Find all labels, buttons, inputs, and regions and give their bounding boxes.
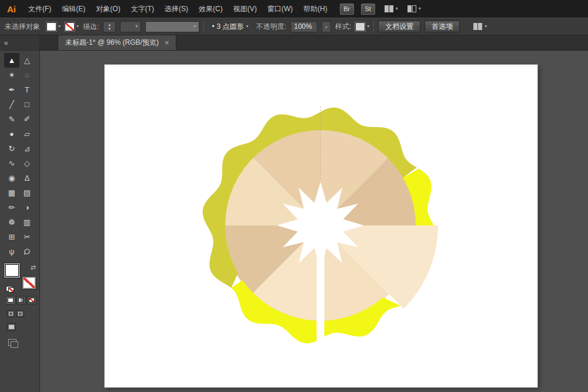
tool-column-graph[interactable]: ▥ [19,215,35,230]
artboard[interactable] [105,65,537,387]
separator [203,21,204,32]
menu-file[interactable]: 文件(F) [23,0,56,18]
tool-artboard[interactable]: ⊞ [4,230,19,244]
style-control[interactable]: ▾ [355,22,369,31]
canvas-pasteboard[interactable] [40,51,588,392]
stepper-down-icon[interactable]: ▾ [109,26,111,31]
collapse-panel-icon[interactable]: « [4,39,8,47]
stroke-none-swatch[interactable] [65,22,75,31]
workspace-switcher[interactable]: ▾ [407,5,421,12]
default-fill-stroke-icon[interactable] [6,286,12,291]
tool-magic-wand[interactable]: ✶ [4,68,19,82]
fill-color-control[interactable]: ▾ [46,22,61,31]
fill-swatch[interactable] [5,264,19,277]
tool-rotate[interactable]: ↻ [4,141,19,156]
stepper-up-icon[interactable]: ▴ [109,22,111,26]
brush-preview-dropdown: ▾ [145,21,199,32]
eyedropper-icon: ✏ [9,203,15,212]
stroke-weight-label: 描边: [83,22,99,32]
chevron-down-icon: ▾ [246,24,249,29]
menu-type[interactable]: 文字(T) [126,0,159,18]
double-window-icon[interactable] [8,339,16,346]
document-tab[interactable]: 未标题-1* @ 96% (RGB/预览) × [58,35,176,50]
artboard-icon: ⊞ [9,232,15,241]
pencil-icon: ✐ [24,115,31,124]
tool-type[interactable]: T [19,82,35,97]
draw-normal-button[interactable] [7,310,15,317]
opacity-panel-button[interactable]: › [322,21,331,32]
symbol-sprayer-icon: ❁ [9,218,15,227]
tool-mesh[interactable]: ▦ [4,185,19,200]
tool-hand[interactable]: ψ [4,244,19,259]
menu-effect[interactable]: 效果(C) [193,0,228,18]
tool-gradient[interactable]: ▤ [19,185,35,200]
tool-lasso[interactable]: ◌ [19,68,35,82]
collapse-row [8,339,39,346]
close-icon[interactable]: × [165,38,169,47]
gradient-button[interactable] [16,296,26,304]
document-setup-button[interactable]: 文档设置 [378,21,420,32]
gradient-icon [18,298,24,303]
menu-view[interactable]: 视图(V) [228,0,262,18]
width-tool-icon: ∿ [9,159,15,168]
shape-builder-icon: ◉ [8,174,15,182]
stroke-weight-stepper[interactable]: ▴ ▾ [103,21,116,32]
menu-window[interactable]: 窗口(W) [262,0,298,18]
paint-mode-buttons [6,296,39,304]
brush-definition-dropdown[interactable]: • 3 点圆形 ▾ [208,21,252,32]
bridge-button[interactable]: Br [340,4,354,15]
drawing-mode-buttons [7,310,39,317]
hand-icon: ψ [9,247,14,256]
tool-blob-brush[interactable]: ● [4,127,19,141]
tool-line-segment[interactable]: ╱ [4,97,19,112]
tool-rectangle[interactable]: □ [19,97,35,112]
tool-free-transform[interactable]: ◇ [19,156,35,171]
chevron-down-icon: ▾ [419,6,421,11]
align-panel-control[interactable]: ▾ [473,23,487,30]
variable-width-profile-dropdown[interactable]: ▾ [120,21,141,32]
eraser-icon: ▱ [24,129,30,138]
fill-swatch[interactable] [46,22,56,31]
menu-object[interactable]: 对象(O) [91,0,125,18]
draw-behind-icon [18,312,22,315]
opacity-value: 100% [294,22,312,31]
tool-scale[interactable]: ⊿ [19,141,35,156]
control-bar: 未选择对象 ▾ ▾ 描边: ▴ ▾ ▾ ▾ • 3 点圆形 ▾ 不透明度: 10… [0,18,588,35]
illustrator-window: Ai 文件(F) 编辑(E) 对象(O) 文字(T) 选择(S) 效果(C) 视… [0,0,588,392]
arrange-documents-control[interactable]: ▾ [385,5,398,12]
tool-symbol-sprayer[interactable]: ❁ [4,215,19,230]
artwork-svg [105,65,537,387]
tool-shape-builder[interactable]: ◉ [4,171,19,185]
stock-button[interactable]: St [361,4,375,15]
tool-eyedropper[interactable]: ✏ [4,200,19,215]
stroke-swatch[interactable] [22,277,36,289]
tool-pencil[interactable]: ✐ [19,112,35,127]
tool-paintbrush[interactable]: ✎ [4,112,19,127]
menu-edit[interactable]: 编辑(E) [56,0,91,18]
perspective-grid-icon: Δ [25,174,30,182]
brush-definition-value: 3 点圆形 [217,22,244,32]
tool-slice[interactable]: ✂ [19,230,35,244]
color-button[interactable] [6,296,15,304]
tool-width[interactable]: ∿ [4,156,19,171]
swap-fill-stroke-icon[interactable]: ⇄ [31,264,36,271]
stroke-color-control[interactable]: ▾ [65,22,79,31]
tool-blend[interactable]: ◑ [19,200,35,215]
preferences-button[interactable]: 首选项 [425,21,460,32]
draw-behind-button[interactable] [16,310,24,317]
screen-mode-button[interactable] [7,323,16,331]
tool-perspective-grid[interactable]: Δ [19,171,35,185]
tool-pen[interactable]: ✒ [4,82,19,97]
menu-select[interactable]: 选择(S) [159,0,193,18]
style-swatch[interactable] [355,22,365,31]
tool-eraser[interactable]: ▱ [19,127,35,141]
menu-help[interactable]: 帮助(H) [298,0,333,18]
none-icon [29,298,35,303]
opacity-input[interactable]: 100% [290,21,318,32]
tool-selection[interactable]: ▲ [4,53,19,68]
chevron-down-icon: ▾ [367,24,369,29]
tool-direct-selection[interactable]: △ [19,53,35,68]
tool-zoom[interactable]: Ϙ [19,244,35,259]
draw-normal-icon [9,312,13,315]
none-button[interactable] [27,296,36,304]
